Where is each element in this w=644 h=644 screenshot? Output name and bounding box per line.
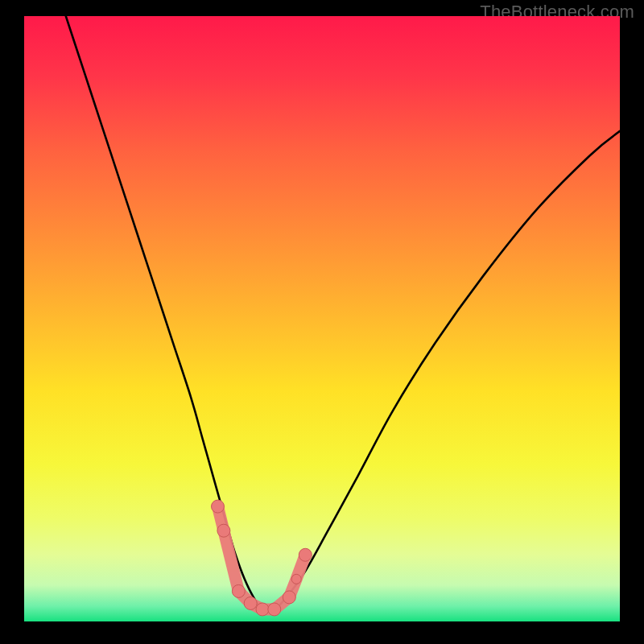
marker-point [291, 574, 301, 584]
marker-point [256, 603, 269, 616]
curve-layer [24, 16, 620, 621]
marker-point [299, 548, 312, 561]
marker-point [232, 584, 245, 597]
plot-area [24, 16, 620, 621]
marker-point [244, 597, 257, 609]
marker-point [212, 500, 225, 513]
chart-stage: TheBottleneck.com [0, 0, 644, 644]
marker-point [268, 603, 281, 616]
marker-point [283, 591, 295, 604]
marker-point [217, 524, 230, 537]
bottleneck-curve [66, 16, 620, 611]
